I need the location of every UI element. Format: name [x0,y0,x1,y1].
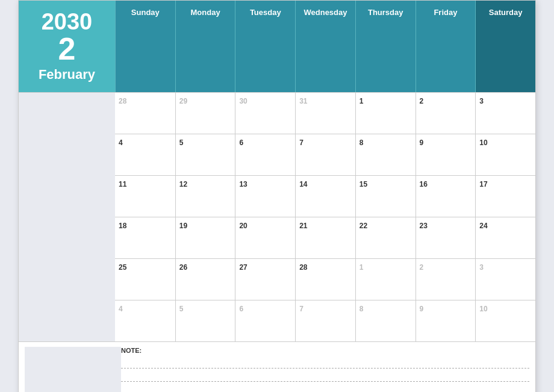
day-cell[interactable]: 5 [175,300,235,341]
day-cell[interactable]: 23 [416,217,476,258]
day-cell[interactable]: 24 [475,217,535,258]
month-name: February [39,67,95,82]
day-cell[interactable]: 21 [295,217,355,258]
week-row-1: 28293031123 [115,92,535,134]
day-cell[interactable]: 7 [295,134,355,175]
days-header: Sunday Monday Tuesday Wednesday Thursday… [115,1,535,92]
day-cell[interactable]: 9 [416,134,476,175]
notes-right: NOTE: [121,347,529,392]
day-cell[interactable]: 12 [175,176,235,217]
day-cell[interactable]: 3 [475,93,535,134]
day-number: 24 [479,222,487,230]
day-cell[interactable]: 8 [355,300,416,341]
day-number: 26 [179,263,187,272]
day-cell[interactable]: 7 [295,300,355,341]
day-number: 5 [179,138,184,147]
day-cell[interactable]: 6 [235,300,295,341]
day-number: 27 [239,263,247,272]
day-cell[interactable]: 19 [175,217,235,258]
day-cell[interactable]: 16 [416,176,476,217]
note-label: NOTE: [121,347,529,354]
calendar-body: 2829303112345678910111213141516171819202… [19,92,535,341]
day-number: 8 [359,305,364,313]
day-cell[interactable]: 9 [416,300,476,341]
day-number: 1 [359,263,364,272]
day-cell[interactable]: 25 [115,259,175,300]
day-number: 10 [479,305,487,313]
day-number: 31 [299,97,307,105]
day-number: 4 [119,138,123,147]
week-row-3: 11121314151617 [115,175,535,217]
calendar: 2030 2 February Sunday Monday Tuesday We… [18,0,536,392]
day-cell[interactable]: 13 [235,176,295,217]
day-number: 28 [119,97,126,105]
day-cell[interactable]: 18 [115,217,175,258]
day-cell[interactable]: 28 [295,259,355,300]
day-number: 3 [479,263,484,272]
note-line-1[interactable] [121,356,529,369]
day-number: 7 [299,305,303,313]
note-line-3[interactable] [121,383,529,392]
day-cell[interactable]: 4 [115,300,175,341]
day-number: 5 [179,305,184,313]
day-header-thursday: Thursday [355,1,416,92]
day-number: 4 [119,305,123,313]
calendar-grid: 2829303112345678910111213141516171819202… [115,92,535,341]
note-line-2[interactable] [121,370,529,382]
day-header-tuesday: Tuesday [235,1,295,92]
week-row-2: 45678910 [115,134,535,175]
day-cell[interactable]: 15 [355,176,416,217]
day-cell[interactable]: 14 [295,176,355,217]
day-cell[interactable]: 26 [175,259,235,300]
day-header-friday: Friday [416,1,476,92]
day-number: 2 [420,263,424,272]
day-cell[interactable]: 5 [175,134,235,175]
week-row-4: 18192021222324 [115,217,535,258]
day-number: 2 [420,97,424,105]
day-number: 19 [179,222,187,230]
day-header-wednesday: Wednesday [295,1,355,92]
day-cell[interactable]: 1 [355,259,416,300]
day-cell[interactable]: 6 [235,134,295,175]
day-number: 20 [239,222,247,230]
notes-section: NOTE: [19,341,535,392]
day-number: 6 [239,305,243,313]
day-cell[interactable]: 31 [295,93,355,134]
day-cell[interactable]: 8 [355,134,416,175]
day-cell[interactable]: 4 [115,134,175,175]
day-number: 21 [299,222,307,230]
calendar-header: 2030 2 February Sunday Monday Tuesday We… [19,1,535,92]
day-cell[interactable]: 28 [115,93,175,134]
day-cell[interactable]: 3 [475,259,535,300]
day-number: 10 [479,138,487,147]
day-cell[interactable]: 30 [235,93,295,134]
day-cell[interactable]: 17 [475,176,535,217]
day-cell[interactable]: 22 [355,217,416,258]
day-number: 7 [299,138,303,147]
day-number: 9 [420,305,424,313]
day-cell[interactable]: 11 [115,176,175,217]
day-number: 3 [479,97,484,105]
day-cell[interactable]: 10 [475,134,535,175]
day-number: 17 [479,180,487,188]
day-number: 29 [179,97,187,105]
day-cell[interactable]: 27 [235,259,295,300]
day-number: 28 [299,263,307,272]
day-number: 13 [239,180,247,188]
day-cell[interactable]: 20 [235,217,295,258]
day-cell[interactable]: 29 [175,93,235,134]
day-number: 1 [359,97,364,105]
day-number: 12 [179,180,187,188]
day-header-sunday: Sunday [115,1,175,92]
day-number: 18 [119,222,126,230]
day-number: 14 [299,180,307,188]
week-row-6: 45678910 [115,300,535,341]
day-cell[interactable]: 2 [416,259,476,300]
day-cell[interactable]: 1 [355,93,416,134]
side-block [19,92,115,341]
day-cell[interactable]: 10 [475,300,535,341]
day-number: 16 [420,180,428,188]
day-number: 22 [359,222,367,230]
notes-left [25,347,121,392]
day-cell[interactable]: 2 [416,93,476,134]
